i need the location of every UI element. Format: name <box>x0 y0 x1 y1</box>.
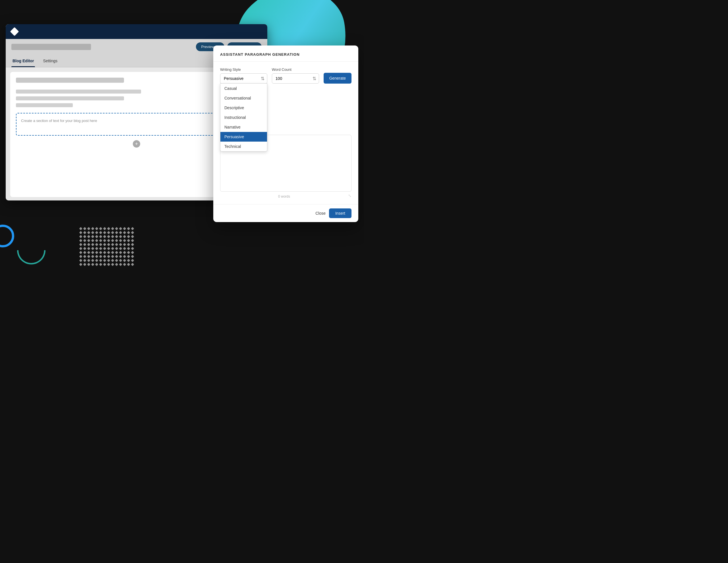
writing-style-select[interactable]: Casual Conversational Descriptive Instru… <box>220 73 267 84</box>
dialog-title: ASSISTANT PARAGRAPH GENERATION <box>220 52 300 57</box>
dropdown-item-descriptive[interactable]: Descriptive <box>220 103 267 113</box>
word-count-select-wrapper: 100 200 300 ⇅ <box>272 73 319 84</box>
dropdown-item-casual[interactable]: Casual <box>220 84 267 93</box>
content-line-1 <box>16 90 141 94</box>
editor-header <box>6 24 267 39</box>
bg-green-arc <box>17 250 45 264</box>
dialog-footer: Close Insert <box>213 204 358 222</box>
content-line-3 <box>16 103 73 107</box>
insert-button[interactable]: Insert <box>329 208 351 218</box>
word-count-row: 0 words ⤡ <box>220 193 351 198</box>
section-placeholder-text: Create a section of text for your blog p… <box>21 119 97 123</box>
add-circle-icon[interactable]: + <box>133 140 140 148</box>
writing-style-group: Writing Style Casual Conversational Desc… <box>220 67 267 84</box>
writing-style-select-wrapper: Casual Conversational Descriptive Instru… <box>220 73 267 84</box>
dialog-header: ASSISTANT PARAGRAPH GENERATION <box>213 45 358 62</box>
generate-button[interactable]: Generate <box>324 73 351 84</box>
word-count-select[interactable]: 100 200 300 <box>272 73 319 84</box>
dropdown-item-conversational[interactable]: Conversational <box>220 93 267 103</box>
word-count-display: 0 words <box>278 194 290 198</box>
word-count-group: Word Count 100 200 300 ⇅ <box>272 67 319 84</box>
writing-style-dropdown: Casual Conversational Descriptive Instru… <box>220 83 267 152</box>
preview-label: Preview <box>201 45 214 49</box>
writing-style-label: Writing Style <box>220 67 267 72</box>
generate-btn-wrapper: Generate <box>324 67 351 84</box>
word-count-label: Word Count <box>272 67 319 72</box>
close-button[interactable]: Close <box>315 211 326 216</box>
dialog-body: Writing Style Casual Conversational Desc… <box>213 62 358 204</box>
tab-blog-editor[interactable]: Blog Editor <box>11 55 35 67</box>
title-placeholder-bar <box>11 44 91 50</box>
bg-dots-pattern <box>80 227 137 273</box>
dropdown-item-narrative[interactable]: Narrative <box>220 122 267 132</box>
form-row-top: Writing Style Casual Conversational Desc… <box>220 67 351 84</box>
dropdown-item-instructional[interactable]: Instructional <box>220 113 267 122</box>
assistant-dialog: ASSISTANT PARAGRAPH GENERATION Writing S… <box>213 45 358 222</box>
content-title-placeholder <box>16 78 124 83</box>
app-logo <box>10 27 19 36</box>
bg-blue-circle <box>0 225 14 247</box>
content-line-2 <box>16 96 124 100</box>
dropdown-item-technical[interactable]: Technical <box>220 142 267 151</box>
dropdown-item-persuasive[interactable]: Persuasive <box>220 132 267 142</box>
tab-settings[interactable]: Settings <box>42 55 59 67</box>
resize-handle[interactable]: ⤡ <box>348 193 351 198</box>
